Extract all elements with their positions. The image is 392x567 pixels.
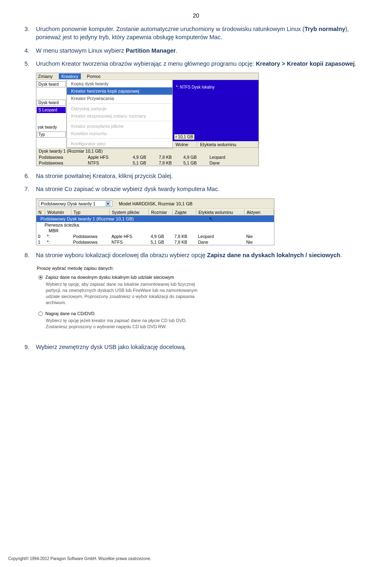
cell: 0 xyxy=(36,233,45,239)
col-rozmiar: Rozmiar xyxy=(149,209,173,216)
option-local-desc: Wybierz tę opcję, aby zapisać dane na lo… xyxy=(46,281,207,305)
cell: 5,1 GB xyxy=(130,160,156,166)
option-local[interactable]: Zapisz dane na dowolnym dysku lokalnym l… xyxy=(37,275,207,280)
radio-unchecked-icon[interactable] xyxy=(38,311,43,316)
cell: 4,9 GB xyxy=(149,233,173,239)
hdr-etykieta: Etykieta woluminu xyxy=(197,141,258,148)
cell: 1 xyxy=(36,239,45,245)
step-8-text-a: Na stronie wyboru lokalizacji docelowej … xyxy=(36,252,207,258)
menu-kreatory[interactable]: Kreatory xyxy=(59,73,81,79)
cell: *: xyxy=(45,239,71,245)
col-system: System plików xyxy=(110,209,149,216)
cell: Podstawowa xyxy=(71,239,110,245)
col-wolumin: Wolumin xyxy=(45,209,71,216)
option-cddvd[interactable]: Nagraj dane na CD/DVD xyxy=(37,311,207,316)
cell: 7,8 KB xyxy=(156,160,181,166)
mi-przesyl[interactable]: Kreator przesyłania plików xyxy=(67,122,172,130)
cursor-icon: ↖ xyxy=(209,216,213,222)
disk-table: Dysk twardy 1 (Rozmiar 10,1 GB) Podstawo… xyxy=(36,148,258,166)
cell: NTFS xyxy=(85,160,130,166)
mi-przywracania[interactable]: Kreator Przywracania xyxy=(67,95,172,102)
mi-korektor[interactable]: Korektor rozruchu xyxy=(67,130,172,137)
step-4: 4. W menu startowym Linux wybierz Partit… xyxy=(24,47,368,55)
cell: 4,9 GB xyxy=(181,154,207,160)
cell: 7,8 KB xyxy=(173,239,196,245)
col-etykieta: Etykieta woluminu xyxy=(196,209,245,216)
table-row[interactable]: 0 *: Podstawowa Apple HFS 4,9 GB 7,8 KB … xyxy=(36,233,274,239)
disk-tab-1[interactable]: Dysk tward xyxy=(37,81,66,87)
step-8-text-b: . xyxy=(340,252,342,258)
menu-zmiany[interactable]: Zmiany xyxy=(38,74,53,79)
mi-konfig[interactable]: Konfigurator sieci xyxy=(67,140,172,147)
step-8-bold: Zapisz dane na dyskach lokalnych / sieci… xyxy=(207,252,340,258)
chevron-down-icon: ▾ xyxy=(106,201,110,206)
cell: Leopard xyxy=(196,233,245,239)
cell: 5,1 GB xyxy=(181,160,207,166)
size-label: r 10,1 GB xyxy=(174,134,194,140)
step-7-text: Na stronie Co zapisać w obrazie wybierz … xyxy=(36,186,220,192)
page-number: 20 xyxy=(24,12,368,19)
mi-kreator-kopii[interactable]: Kreator tworzenia kopii zapasowej xyxy=(67,87,172,95)
typ-header: Typ xyxy=(37,131,66,138)
step-5-text-a: Uruchom Kreator tworzenia obrazów wybier… xyxy=(36,60,256,67)
cell: Nie xyxy=(245,239,274,245)
step-4-text-a: W menu startowym Linux wybierz xyxy=(36,47,126,54)
cursor-icon: ↖ xyxy=(173,91,174,98)
disk-row-selected[interactable]: Podstawowy Dysk twardy 1 (Rozmiar 10,1 G… xyxy=(36,216,274,222)
col-aktywn: Aktywn xyxy=(245,209,274,216)
cell: 7,8 KB xyxy=(173,233,196,239)
table-row[interactable]: Podstawowa NTFS 5,1 GB 7,8 KB 5,1 GB Dan… xyxy=(36,160,258,166)
sub-row: MBR xyxy=(36,228,274,233)
disk-select-value: Podstawowy Dysk twardy 1 xyxy=(41,201,96,206)
mi-ekspres[interactable]: Kreator ekspresowej zmiany rozmiary xyxy=(67,112,172,120)
model-label: Model HARDDISK, Rozmiar 10,1 GB xyxy=(119,201,192,206)
cell: Nie xyxy=(245,233,274,239)
step-8: 8. Na stronie wyboru lokalizacji docelow… xyxy=(24,251,368,259)
mi-odzyskaj[interactable]: Odzyskaj partycje xyxy=(67,105,172,112)
menubar: Zmiany Kreatory Pomoc xyxy=(36,73,258,80)
table-row[interactable]: Podstawowa Apple HFS 4,9 GB 7,8 KB 4,9 G… xyxy=(36,154,258,160)
step-5-bold: Kreatory > Kreator kopii zapasowej xyxy=(256,60,354,67)
disk-tab-2[interactable]: Dysk tward xyxy=(37,100,66,106)
option-cddvd-label: Nagraj dane na CD/DVD xyxy=(45,311,94,316)
disk-map: *: NTFS Dysk lokalny ↖ r 10,1 GB Wolne E… xyxy=(173,80,258,148)
left-panel: Dysk tward Dysk tward S Leopard ysk twar… xyxy=(36,80,67,148)
step-7: 7. Na stronie Co zapisać w obrazie wybie… xyxy=(24,185,368,193)
mi-kopiuj[interactable]: Kopiuj dysk twardy xyxy=(67,80,172,87)
menu-pomoc[interactable]: Pomoc xyxy=(87,74,101,79)
screenshot-save-method: Proszę wybrać metodę zapisu danych: Zapi… xyxy=(36,264,368,337)
option-local-label: Zapisz dane na dowolnym dysku lokalnym l… xyxy=(45,275,174,280)
step-6-text: Na stronie powitalnej Kreatora, kliknij … xyxy=(36,173,173,179)
hdr-wolne: Wolne xyxy=(173,141,197,148)
table-row[interactable]: 1 *: Podstawowa NTFS 5,1 GB 7,8 KB Dane … xyxy=(36,239,274,245)
step-9: 9. Wybierz zewnętrzny dysk USB jako loka… xyxy=(24,343,368,351)
step-3: 3. Uruchom ponownie komputer. Zostanie a… xyxy=(24,25,368,42)
disk-select[interactable]: Podstawowy Dysk twardy 1 ▾ xyxy=(39,200,112,207)
disk-tab-leopard[interactable]: S Leopard xyxy=(37,107,66,113)
cell: NTFS xyxy=(110,239,149,245)
disk-map-label: *: NTFS Dysk lokalny xyxy=(176,85,214,89)
cell: Podstawowa xyxy=(36,160,85,166)
save-heading: Proszę wybrać metodę zapisu danych: xyxy=(37,266,207,271)
step-4-text-b: . xyxy=(176,47,177,54)
col-typ: Typ xyxy=(71,209,110,216)
cell: 5,1 GB xyxy=(149,239,173,245)
disk-table-title: Dysk twardy 1 (Rozmiar 10,1 GB) xyxy=(36,148,258,154)
dropdown-menu: Kopiuj dysk twardy Kreator tworzenia kop… xyxy=(67,80,173,148)
cell: Apple HFS xyxy=(85,154,130,160)
screenshot-menu: Zmiany Kreatory Pomoc Dysk tward Dysk tw… xyxy=(36,73,368,166)
cell: Leopard xyxy=(207,154,258,160)
table-header: N Wolumin Typ System plików Rozmiar Zaję… xyxy=(36,209,274,216)
step-3-bold: Tryb normalny xyxy=(305,26,345,32)
footer-copyright: Copyright© 1994-2012 Paragon Software Gm… xyxy=(8,556,151,561)
cell: Podstawowa xyxy=(36,154,85,160)
step-4-bold: Partition Manager xyxy=(126,47,176,54)
radio-checked-icon[interactable] xyxy=(38,275,43,280)
cell: Dane xyxy=(207,160,258,166)
option-cddvd-desc: Wybierz tę opcję jeżeli kreator ma zapis… xyxy=(46,318,207,330)
screenshot-disk-select: Podstawowy Dysk twardy 1 ▾ Model HARDDIS… xyxy=(36,198,368,245)
cell: 7,8 KB xyxy=(156,154,181,160)
ysk-label: ysk twardy xyxy=(36,124,66,130)
step-5: 5. Uruchom Kreator tworzenia obrazów wyb… xyxy=(24,60,368,68)
cell: *: xyxy=(45,233,71,239)
